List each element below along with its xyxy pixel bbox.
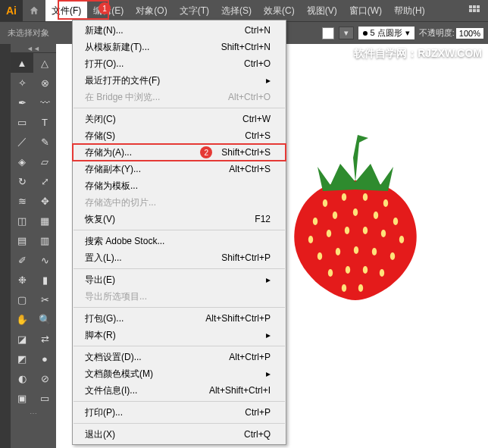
tool-paintbrush[interactable]: ✎ <box>33 132 56 152</box>
toolbar-more[interactable]: ⋯ <box>11 408 56 418</box>
menu-separator <box>74 268 285 269</box>
menu-item-label: 新建(N)... <box>85 24 245 37</box>
tool-default-fs[interactable]: ◩ <box>11 349 33 368</box>
menu-help[interactable]: 帮助(H) <box>388 0 431 21</box>
svg-point-14 <box>393 218 398 225</box>
menu-item: 导出所选项目... <box>73 288 286 305</box>
menu-item[interactable]: 从模板新建(T)...Shift+Ctrl+N <box>73 39 286 55</box>
menu-item[interactable]: 新建(N)...Ctrl+N <box>73 22 286 39</box>
menu-item-shortcut: Shift+Ctrl+N <box>221 42 271 52</box>
menu-item[interactable]: 恢复(V)F12 <box>73 211 286 227</box>
fill-swatch[interactable] <box>322 27 334 39</box>
menu-item[interactable]: 打印(P)...Ctrl+P <box>73 404 286 421</box>
submenu-arrow-icon: ▸ <box>266 274 271 285</box>
menu-item[interactable]: 脚本(R)▸ <box>73 327 286 343</box>
tool-artboard[interactable]: ▢ <box>11 290 33 309</box>
tool-line[interactable]: ／ <box>11 132 33 152</box>
menu-item-label: 恢复(V) <box>85 213 255 226</box>
svg-point-27 <box>346 266 350 274</box>
menu-item[interactable]: 打包(G)...Alt+Shift+Ctrl+P <box>73 310 286 327</box>
menu-item-label: 搜索 Adobe Stock... <box>85 235 271 248</box>
menu-item-shortcut: Alt+Shift+Ctrl+P <box>205 313 271 324</box>
svg-rect-4 <box>473 9 476 12</box>
menu-item[interactable]: 文件信息(I)...Alt+Shift+Ctrl+I <box>73 382 286 399</box>
menu-type[interactable]: 文字(T) <box>174 0 215 21</box>
stroke-style-dropdown[interactable]: 5 点圆形 ▾ <box>358 27 414 39</box>
menu-item[interactable]: 存储(S)Ctrl+S <box>73 127 286 144</box>
tool-curvature[interactable]: 〰 <box>33 92 56 112</box>
menu-window[interactable]: 窗口(W) <box>343 0 388 21</box>
tool-shape-builder[interactable]: ◫ <box>11 211 33 230</box>
tool-slice[interactable]: ✂ <box>33 290 56 309</box>
arrange-documents-icon[interactable] <box>467 3 482 18</box>
tool-swap[interactable]: ⇄ <box>33 329 56 349</box>
tool-rectangle[interactable]: ▭ <box>11 112 33 132</box>
home-icon[interactable] <box>23 0 45 21</box>
menu-item[interactable]: 导出(E)▸ <box>73 271 286 288</box>
menu-item[interactable]: 搜索 Adobe Stock... <box>73 233 286 249</box>
tool-zoom[interactable]: 🔍 <box>33 309 56 329</box>
tool-gradient-mode[interactable]: ◐ <box>11 368 33 388</box>
svg-point-18 <box>363 227 368 234</box>
tool-width[interactable]: ≋ <box>11 191 33 211</box>
svg-point-29 <box>380 269 384 277</box>
tool-eraser[interactable]: ▱ <box>33 152 56 171</box>
menu-item[interactable]: 存储副本(Y)...Alt+Ctrl+S <box>73 161 286 177</box>
tool-scale[interactable]: ⤢ <box>33 171 56 191</box>
tool-lasso[interactable]: ⊗ <box>33 73 56 92</box>
tool-free-transform[interactable]: ✥ <box>33 191 56 211</box>
opacity-value[interactable]: 100% <box>456 28 483 39</box>
tool-pen[interactable]: ✒ <box>11 92 33 112</box>
watermark: 软件自学网：RJZXW.COM <box>354 47 482 61</box>
menu-item[interactable]: 置入(L)...Shift+Ctrl+P <box>73 249 286 266</box>
svg-point-31 <box>358 284 363 292</box>
menubar: Ai 文件(F) 编辑(E) 对象(O) 文字(T) 选择(S) 效果(C) 视… <box>0 0 488 21</box>
menu-object[interactable]: 对象(O) <box>130 0 173 21</box>
menu-item-label: 存储副本(Y)... <box>85 163 229 176</box>
menu-view[interactable]: 视图(V) <box>301 0 343 21</box>
tool-blend[interactable]: ∿ <box>33 250 56 270</box>
tool-mesh[interactable]: ▤ <box>11 230 33 250</box>
tool-perspective-grid[interactable]: ▦ <box>33 211 56 230</box>
tool-fill-stroke[interactable]: ◪ <box>11 329 33 349</box>
tool-selection[interactable]: ▲ <box>11 53 33 73</box>
menu-item[interactable]: 文档颜色模式(M)▸ <box>73 365 286 382</box>
tool-rotate[interactable]: ↻ <box>11 171 33 191</box>
tool-hand[interactable]: ✋ <box>11 309 33 329</box>
menu-item-shortcut: Ctrl+W <box>242 114 271 124</box>
tool-change-screen[interactable]: ▭ <box>33 388 56 408</box>
menu-select[interactable]: 选择(S) <box>215 0 258 21</box>
menu-item-label: 在 Bridge 中浏览... <box>85 91 228 104</box>
tool-shaper[interactable]: ◈ <box>11 152 33 171</box>
tool-color[interactable]: ● <box>33 349 56 368</box>
stroke-swatch[interactable]: ▾ <box>339 27 354 39</box>
tool-direct-selection[interactable]: △ <box>33 53 56 73</box>
menu-item[interactable]: 退出(X)Ctrl+Q <box>73 426 286 443</box>
svg-point-25 <box>390 252 395 260</box>
menu-file[interactable]: 文件(F) <box>45 0 87 21</box>
svg-point-11 <box>333 211 337 219</box>
app-logo: Ai <box>0 0 23 21</box>
menu-effect[interactable]: 效果(C) <box>258 0 301 21</box>
tool-column-graph[interactable]: ▮ <box>33 270 56 290</box>
svg-point-23 <box>354 246 358 254</box>
menu-item[interactable]: 关闭(C)Ctrl+W <box>73 111 286 127</box>
tool-none[interactable]: ⊘ <box>33 368 56 388</box>
menu-item[interactable]: 最近打开的文件(F)▸ <box>73 72 286 89</box>
tool-eyedropper[interactable]: ✐ <box>11 250 33 270</box>
menu-item-label: 存储选中的切片... <box>85 196 271 209</box>
menu-item[interactable]: 文档设置(D)...Alt+Ctrl+P <box>73 349 286 365</box>
menu-item[interactable]: 存储为模板... <box>73 177 286 194</box>
tool-symbol-sprayer[interactable]: ❉ <box>11 270 33 290</box>
menu-item[interactable]: 存储为(A)...2Shift+Ctrl+S <box>73 144 286 161</box>
tool-magic-wand[interactable]: ✧ <box>11 73 33 92</box>
menu-item[interactable]: 打开(O)...Ctrl+O <box>73 55 286 72</box>
svg-point-30 <box>342 284 346 292</box>
tool-gradient[interactable]: ▥ <box>33 230 56 250</box>
menu-item-shortcut: Ctrl+Q <box>244 429 271 440</box>
tool-type[interactable]: T <box>33 112 56 132</box>
panel-dock-strip <box>0 44 11 448</box>
menu-item-label: 存储为模板... <box>85 180 271 193</box>
toolbar-collapse[interactable]: ◄◄ <box>11 44 56 53</box>
tool-screen-mode[interactable]: ▣ <box>11 388 33 408</box>
